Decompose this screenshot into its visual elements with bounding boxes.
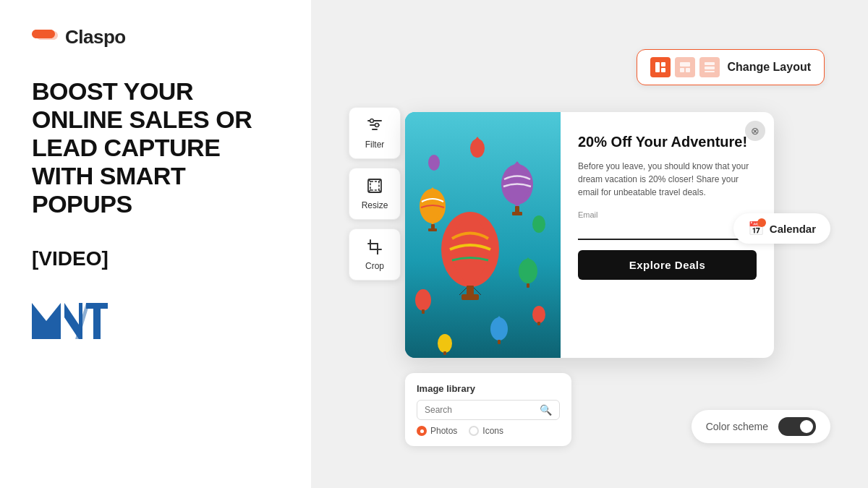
right-section: Change Layout Filter bbox=[311, 0, 868, 488]
close-icon: ⊗ bbox=[751, 125, 760, 137]
svg-point-48 bbox=[438, 334, 452, 353]
svg-point-44 bbox=[415, 289, 431, 311]
resize-label: Resize bbox=[362, 200, 388, 210]
mnt-logo bbox=[32, 299, 279, 346]
svg-rect-10 bbox=[680, 68, 684, 72]
svg-rect-38 bbox=[512, 212, 522, 215]
layout-icon-1 bbox=[650, 57, 671, 77]
calendar-icon-wrap: 📅 bbox=[748, 221, 764, 236]
icons-label: Icons bbox=[482, 426, 503, 436]
svg-rect-4 bbox=[93, 309, 101, 339]
search-input[interactable] bbox=[425, 405, 540, 415]
svg-rect-7 bbox=[661, 62, 665, 67]
change-layout-label: Change Layout bbox=[727, 61, 811, 74]
svg-rect-41 bbox=[428, 228, 437, 231]
svg-rect-33 bbox=[461, 294, 479, 300]
popup-title: 20% Off Your Adventure! bbox=[578, 132, 757, 151]
email-input[interactable] bbox=[578, 222, 757, 240]
photos-radio[interactable]: Photos bbox=[417, 426, 457, 436]
filter-button[interactable]: Filter bbox=[349, 107, 401, 159]
svg-point-18 bbox=[370, 119, 374, 122]
svg-rect-37 bbox=[515, 206, 519, 213]
email-label: Email bbox=[578, 210, 757, 219]
svg-point-53 bbox=[428, 155, 440, 171]
calendar-label: Calendar bbox=[770, 223, 816, 235]
svg-rect-0 bbox=[33, 33, 54, 35]
search-box[interactable]: 🔍 bbox=[417, 400, 560, 420]
svg-rect-51 bbox=[537, 322, 540, 325]
icons-radio[interactable]: Icons bbox=[469, 426, 503, 436]
image-library-title: Image library bbox=[417, 383, 560, 394]
svg-rect-40 bbox=[431, 224, 435, 229]
layout-icons bbox=[650, 57, 720, 77]
svg-point-54 bbox=[532, 215, 545, 233]
calendar-notification-dot bbox=[757, 218, 766, 227]
photos-radio-dot bbox=[417, 426, 427, 436]
svg-rect-12 bbox=[705, 62, 715, 65]
svg-rect-8 bbox=[661, 68, 665, 72]
tool-buttons: Filter Resize bbox=[349, 107, 401, 281]
layout-icon-2 bbox=[675, 57, 695, 77]
close-button[interactable]: ⊗ bbox=[745, 121, 765, 141]
svg-point-50 bbox=[532, 306, 545, 323]
radio-group: Photos Icons bbox=[417, 426, 560, 436]
left-section: Claspo BOOST YOUR ONLINE SALES OR LEAD C… bbox=[0, 0, 311, 488]
explore-deals-button[interactable]: Explore Deals bbox=[578, 250, 757, 280]
headline: BOOST YOUR ONLINE SALES OR LEAD CAPTURE … bbox=[32, 77, 279, 218]
svg-rect-14 bbox=[705, 71, 715, 72]
filter-label: Filter bbox=[365, 140, 385, 150]
svg-rect-47 bbox=[498, 340, 501, 344]
logo-icon bbox=[32, 27, 58, 48]
svg-rect-49 bbox=[443, 351, 446, 355]
filter-icon bbox=[367, 117, 383, 137]
calendar-widget[interactable]: 📅 Calendar bbox=[733, 213, 830, 244]
svg-rect-43 bbox=[527, 283, 529, 288]
crop-button[interactable]: Crop bbox=[349, 228, 401, 281]
layout-icon-3 bbox=[699, 57, 720, 77]
popup-image bbox=[405, 112, 561, 358]
svg-rect-9 bbox=[680, 62, 690, 67]
svg-rect-32 bbox=[467, 286, 474, 296]
popup-description: Before you leave, you should know that y… bbox=[578, 160, 757, 199]
video-tag: [VIDEO] bbox=[32, 247, 279, 270]
icons-radio-dot bbox=[469, 426, 479, 436]
svg-rect-21 bbox=[370, 181, 379, 190]
color-toggle[interactable] bbox=[778, 417, 816, 436]
svg-marker-1 bbox=[32, 303, 61, 339]
svg-rect-11 bbox=[686, 68, 690, 72]
color-scheme-widget[interactable]: Color scheme bbox=[692, 410, 830, 443]
search-icon: 🔍 bbox=[540, 404, 552, 416]
logo: Claspo bbox=[32, 26, 279, 48]
crop-label: Crop bbox=[365, 261, 384, 271]
logo-text: Claspo bbox=[65, 26, 126, 48]
resize-icon bbox=[367, 178, 383, 197]
svg-point-19 bbox=[375, 123, 379, 127]
photos-label: Photos bbox=[430, 426, 457, 436]
popup-card: ⊗ 20% Off Your Adventure! Before you lea… bbox=[405, 112, 774, 358]
balloon-container bbox=[405, 112, 561, 358]
svg-rect-45 bbox=[422, 309, 425, 314]
image-library-panel: Image library 🔍 Photos Icons bbox=[405, 373, 571, 446]
color-scheme-label: Color scheme bbox=[706, 421, 768, 432]
crop-icon bbox=[367, 239, 383, 258]
resize-button[interactable]: Resize bbox=[349, 168, 401, 220]
change-layout-button[interactable]: Change Layout bbox=[637, 49, 825, 85]
svg-rect-13 bbox=[705, 67, 715, 69]
svg-rect-6 bbox=[655, 62, 660, 72]
